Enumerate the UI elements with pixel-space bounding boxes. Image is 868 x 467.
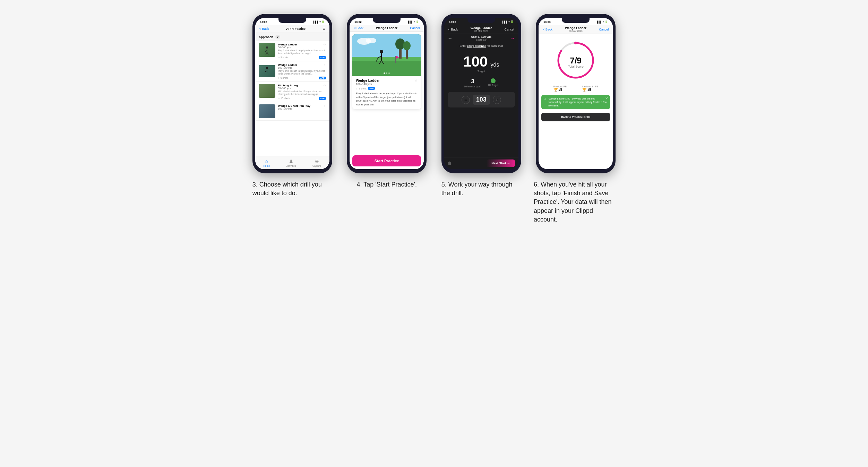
increment-button[interactable]: + <box>493 96 501 104</box>
drill-footer-2: ○ 9 shots APP <box>278 77 326 79</box>
bottom-nav-1: ⌂ Home ♟ Activities ⊕ Capture <box>255 156 329 169</box>
pb-lastmonth: Last month PB 🏆 -/9 <box>582 85 598 92</box>
status-icons-1: ▌▌▌ ⌗ 🔋 <box>313 20 325 23</box>
bookmark-icon-card-2[interactable]: ☆ <box>415 79 418 82</box>
score-main: 7/9 <box>568 57 584 65</box>
caption-1: 3. Choose which drill you would like to … <box>252 180 332 198</box>
clock-icon-1: ○ <box>278 56 280 59</box>
shot-info-3: Shot 1, 100 yds Score 5/9 <box>471 35 491 41</box>
home-icon: ⌂ <box>265 158 268 164</box>
target-label-3: Target <box>444 70 518 73</box>
nav-back-2[interactable]: < Back <box>354 26 363 30</box>
status-time-2: 13:02 <box>354 20 361 24</box>
shot-prev-arrow[interactable]: ← <box>448 35 453 41</box>
clock-icon-card-2: ○ <box>356 87 357 90</box>
metric-hit-label: Hit Target <box>488 84 498 86</box>
shots-count-2: 9 shots <box>281 77 289 79</box>
svg-line-3 <box>266 52 267 54</box>
bottom-nav-capture[interactable]: ⊕ Capture <box>312 158 321 167</box>
nav-title-container-3: Wedge Ladder 06 Mar 2023 <box>471 26 492 32</box>
content-2: Wedge Ladder 100–140 yds ☆ ○ 9 shots APP… <box>350 32 424 169</box>
phone-inner-3: 13:03 ▌▌▌ ⌗ 🔋 < Back Wedge Ladder 06 Mar… <box>444 18 518 169</box>
category-header-1: Approach 7 <box>255 33 329 41</box>
phone-notch-1 <box>278 18 306 23</box>
drill-desc-1: Play 1 shot at each target yardage. If y… <box>278 49 326 55</box>
target-display-3: 100 yds Target <box>444 49 518 76</box>
target-unit-3: yds <box>491 62 499 68</box>
nav-back-4[interactable]: < Back <box>543 28 552 31</box>
phone-section-3: 13:03 ▌▌▌ ⌗ 🔋 < Back Wedge Ladder 06 Mar… <box>439 14 524 198</box>
nav-title-2: Wedge Ladder <box>376 26 397 30</box>
bottom-nav-activities[interactable]: ♟ Activities <box>286 158 296 167</box>
drill-photo-2 <box>352 34 421 76</box>
svg-rect-23 <box>395 56 396 63</box>
metric-hit-target: Hit Target <box>488 78 498 88</box>
shots-info-1: ○ 9 shots <box>278 56 289 59</box>
drill-name-1: Wedge Ladder <box>278 43 297 46</box>
bookmark-icon-4[interactable]: ☆ <box>323 104 326 110</box>
drill-item-2[interactable]: Wedge Ladder 100–140 yds ☆ Play 1 shot a… <box>255 61 329 82</box>
phone-notch-3 <box>467 18 495 23</box>
score-circle-container: 7/9 Total Score <box>539 34 613 84</box>
nav-cancel-4[interactable]: Cancel <box>599 28 609 31</box>
trash-icon-3[interactable]: 🗑 <box>448 161 452 166</box>
drill-desc-2: Play 1 shot at each target yardage. If y… <box>278 70 326 76</box>
target-number-container: 100 yds <box>444 54 518 69</box>
drill-name-2: Wedge Ladder <box>278 63 297 67</box>
drill-name-4: Wedge & Short Iron Play <box>278 104 310 107</box>
drill-thumb-3 <box>259 84 275 98</box>
nav-back-3[interactable]: < Back <box>448 28 458 31</box>
phone-frame-4: 13:03 ▌▌▌ ⌗ 🔋 < Back Wedge Ladder 06 Mar… <box>536 14 616 173</box>
input-value-3[interactable]: 103 <box>473 95 490 105</box>
shot-score-3: Score 5/9 <box>471 38 491 41</box>
bookmark-icon-1[interactable]: ☆ <box>323 43 326 49</box>
drill-item-1[interactable]: Wedge Ladder 50–100 yds ☆ Play 1 shot at… <box>255 41 329 61</box>
app-badge-3: APP <box>319 97 326 100</box>
phone-notch-4 <box>562 18 590 23</box>
metrics-row-3: 3 Difference (yds) Hit Target <box>444 76 518 90</box>
nav-cancel-3[interactable]: Cancel <box>505 28 514 31</box>
start-practice-button[interactable]: Start Practice <box>352 155 421 166</box>
shots-count-1: 9 shots <box>281 56 289 59</box>
nav-back-1[interactable]: < Back <box>259 27 269 31</box>
app-badge-1: APP <box>319 56 326 59</box>
bottom-nav-home[interactable]: ⌂ Home <box>264 158 270 167</box>
app-badge-card-2: APP <box>368 87 375 90</box>
thumb-img-1 <box>259 43 275 57</box>
nav-menu-1[interactable]: ≡ <box>323 26 325 31</box>
thumb-img-3 <box>259 84 275 98</box>
drill-item-3[interactable]: Pitching String 55–100 yds ☆ Hit 1 shot … <box>255 82 329 102</box>
drill-info-1: Wedge Ladder 50–100 yds ☆ Play 1 shot at… <box>278 43 326 59</box>
drill-dist-2: 100–140 yds <box>278 67 297 69</box>
nav-subtitle-4: 06 Mar 2023 <box>565 30 586 32</box>
success-close-icon[interactable]: ✕ <box>605 96 608 100</box>
drill-card-body-2: Wedge Ladder 100–140 yds ☆ ○ 9 shots APP… <box>352 76 421 109</box>
drill-dist-4: 100–140 yds <box>278 107 310 110</box>
next-shot-button[interactable]: Next Shot → <box>487 159 515 167</box>
svg-point-16 <box>403 41 411 50</box>
phone-section-4: 13:03 ▌▌▌ ⌗ 🔋 < Back Wedge Ladder 06 Mar… <box>534 14 618 224</box>
status-icons-3: ▌▌▌ ⌗ 🔋 <box>502 20 514 23</box>
phone-frame-2: 13:02 ▌▌▌ ⌗ 🔋 < Back Wedge Ladder Cancel <box>347 14 427 173</box>
signal-3: ▌▌▌ <box>502 21 508 23</box>
signal-2: ▌▌▌ <box>408 21 413 23</box>
pb-previous-label: Previous PB <box>553 85 567 88</box>
drill-item-4[interactable]: Wedge & Short Iron Play 100–140 yds ☆ <box>255 102 329 121</box>
decrement-button[interactable]: − <box>462 96 470 104</box>
pb-previous-value: 🏆 -/9 <box>553 88 567 92</box>
bookmark-icon-2[interactable]: ☆ <box>323 63 326 69</box>
bottom-bar-3: 🗑 Next Shot → <box>444 157 518 169</box>
photo-dots-2 <box>384 72 390 74</box>
pb-prev-val: -/9 <box>558 88 562 92</box>
nav-cancel-2[interactable]: Cancel <box>410 26 420 30</box>
shot-next-arrow[interactable]: → <box>510 35 515 41</box>
drill-card-title-container: Wedge Ladder 100–140 yds <box>356 79 380 86</box>
caption-2: 4. Tap 'Start Practice'. <box>356 180 417 189</box>
thumb-img-4 <box>259 104 275 118</box>
wifi-4: ⌗ <box>603 20 604 23</box>
bookmark-icon-3[interactable]: ☆ <box>323 84 326 89</box>
back-to-drills-button[interactable]: Back to Practice Drills <box>541 113 610 121</box>
carry-instruction-3: Enter carry distance for each shot <box>444 42 518 49</box>
category-badge-1: 7 <box>275 35 280 39</box>
nav-bar-1: < Back APP Practice ≡ <box>255 25 329 33</box>
